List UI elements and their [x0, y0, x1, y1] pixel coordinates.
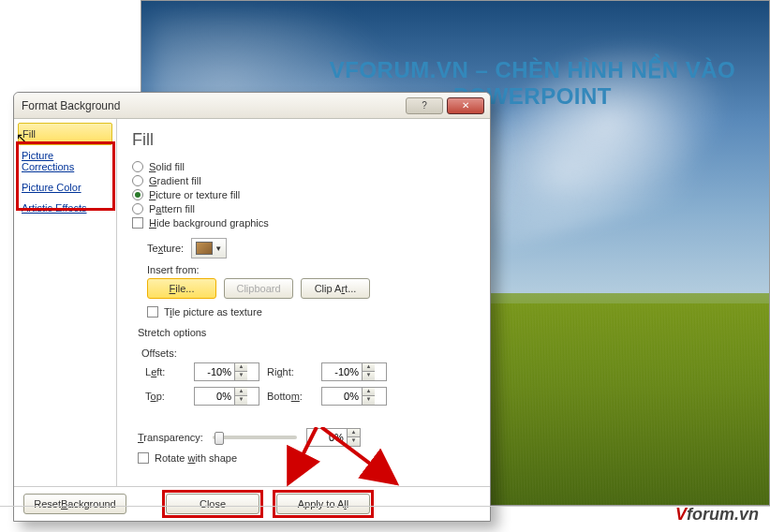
right-input[interactable]: [322, 363, 362, 380]
content-panel: Fill Solid fill Gradient fill Picture or…: [117, 119, 490, 486]
right-spinner[interactable]: ▲▼: [321, 362, 387, 381]
transparency-input[interactable]: [307, 429, 347, 446]
label-hide: Hide background graphics: [149, 217, 269, 229]
clipart-button[interactable]: Clip Art...: [301, 278, 370, 299]
nav-panel: ↖ Fill Picture Corrections Picture Color…: [14, 119, 117, 486]
nav-picture-corrections[interactable]: Picture Corrections: [18, 145, 112, 177]
dialog-title: Format Background: [20, 99, 402, 112]
label-picture: Picture or texture fill: [149, 189, 240, 200]
checkbox-rotate[interactable]: [138, 452, 149, 464]
right-label: Right:: [267, 366, 314, 377]
fill-heading: Fill: [132, 130, 475, 150]
titlebar: Format Background ? ✕: [14, 93, 490, 119]
checkbox-hide[interactable]: [132, 217, 143, 229]
stretch-options-label: Stretch options: [138, 327, 475, 338]
bottom-input[interactable]: [322, 388, 362, 405]
radio-gradient[interactable]: [132, 175, 143, 186]
offsets-label: Offsets:: [141, 347, 475, 359]
format-background-dialog: Format Background ? ✕ ↖ Fill Picture Cor…: [13, 92, 491, 522]
help-button[interactable]: ?: [406, 97, 443, 114]
clipboard-button: Clipboard: [224, 278, 293, 299]
radio-picture[interactable]: [132, 189, 143, 200]
annotation-apply-box: Apply to All: [273, 490, 374, 518]
checkbox-tile[interactable]: [147, 306, 158, 318]
texture-label: Texture:: [147, 243, 184, 254]
label-solid: Solid fill: [149, 161, 185, 172]
texture-swatch-icon: [196, 242, 213, 255]
page-divider: [0, 506, 770, 507]
top-spinner[interactable]: ▲▼: [194, 387, 259, 406]
apply-to-all-button[interactable]: Apply to All: [276, 494, 370, 514]
radio-pattern[interactable]: [132, 203, 143, 214]
radio-solid[interactable]: [132, 161, 143, 172]
label-rotate: Rotate with shape: [155, 452, 237, 464]
cursor-icon: ↖: [16, 130, 27, 145]
texture-dropdown[interactable]: ▼: [191, 238, 227, 259]
label-gradient: Gradient fill: [149, 175, 201, 186]
close-button[interactable]: Close: [166, 494, 259, 514]
nav-fill[interactable]: Fill: [18, 123, 112, 145]
close-window-button[interactable]: ✕: [447, 97, 484, 114]
top-label: Top:: [145, 391, 186, 402]
left-input[interactable]: [195, 363, 234, 380]
watermark: Vforum.vn: [675, 505, 759, 525]
insert-from-label: Insert from:: [147, 264, 475, 275]
file-button[interactable]: File...: [147, 278, 216, 299]
left-label: Left:: [145, 366, 186, 377]
dialog-footer: Reset Background Close Apply to All: [14, 486, 490, 520]
nav-picture-color[interactable]: Picture Color: [18, 177, 112, 198]
label-pattern: Pattern fill: [149, 203, 195, 214]
bottom-label: Bottom:: [267, 391, 314, 402]
transparency-label: Transparency:: [138, 432, 203, 443]
reset-background-button[interactable]: Reset Background: [23, 494, 126, 514]
bottom-spinner[interactable]: ▲▼: [321, 387, 387, 406]
transparency-slider[interactable]: [213, 436, 297, 439]
label-tile: Tile picture as texture: [164, 306, 262, 318]
nav-artistic-effects[interactable]: Artistic Effects: [18, 198, 112, 218]
annotation-close-box: Close: [162, 490, 263, 518]
top-input[interactable]: [195, 388, 234, 405]
transparency-spinner[interactable]: ▲▼: [306, 428, 361, 447]
chevron-down-icon: ▼: [215, 244, 222, 253]
left-spinner[interactable]: ▲▼: [194, 362, 259, 381]
